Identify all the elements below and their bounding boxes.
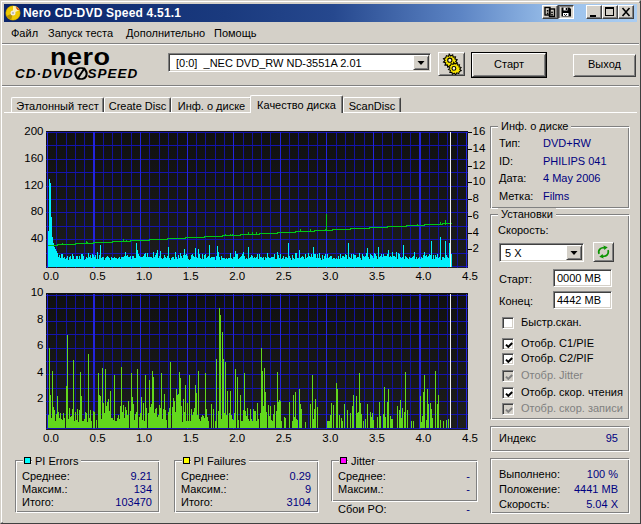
svg-text:10: 10: [473, 175, 486, 187]
svg-text:0.5: 0.5: [90, 432, 106, 444]
svg-text:10: 10: [31, 286, 44, 298]
svg-text:4.0: 4.0: [415, 270, 431, 282]
svg-text:160: 160: [24, 152, 43, 164]
svg-text:2.5: 2.5: [276, 432, 292, 444]
svg-text:4: 4: [473, 226, 480, 238]
svg-text:4.0: 4.0: [415, 432, 431, 444]
svg-text:0.5: 0.5: [90, 270, 106, 282]
svg-text:12: 12: [473, 159, 486, 171]
svg-text:80: 80: [31, 205, 44, 217]
svg-text:2: 2: [37, 392, 43, 404]
svg-text:1.0: 1.0: [136, 270, 152, 282]
svg-text:3.0: 3.0: [322, 432, 338, 444]
svg-text:3.5: 3.5: [369, 270, 385, 282]
svg-text:4: 4: [37, 366, 44, 378]
svg-text:14: 14: [473, 142, 486, 154]
svg-text:200: 200: [24, 125, 43, 137]
svg-text:1.0: 1.0: [136, 432, 152, 444]
svg-text:2: 2: [473, 242, 479, 254]
svg-text:120: 120: [24, 179, 43, 191]
svg-text:16: 16: [473, 125, 486, 137]
svg-text:6: 6: [473, 209, 479, 221]
svg-text:0.0: 0.0: [43, 270, 59, 282]
svg-text:1.5: 1.5: [183, 432, 199, 444]
svg-text:40: 40: [31, 232, 44, 244]
svg-text:4.5: 4.5: [462, 432, 478, 444]
svg-text:1.5: 1.5: [183, 270, 199, 282]
svg-text:3.0: 3.0: [322, 270, 338, 282]
svg-text:2.0: 2.0: [229, 432, 245, 444]
svg-text:8: 8: [37, 313, 43, 325]
svg-text:3.5: 3.5: [369, 432, 385, 444]
svg-text:4.5: 4.5: [462, 270, 478, 282]
svg-text:2.5: 2.5: [276, 270, 292, 282]
svg-text:8: 8: [473, 192, 479, 204]
svg-text:6: 6: [37, 339, 43, 351]
svg-text:2.0: 2.0: [229, 270, 245, 282]
svg-text:0.0: 0.0: [43, 432, 59, 444]
